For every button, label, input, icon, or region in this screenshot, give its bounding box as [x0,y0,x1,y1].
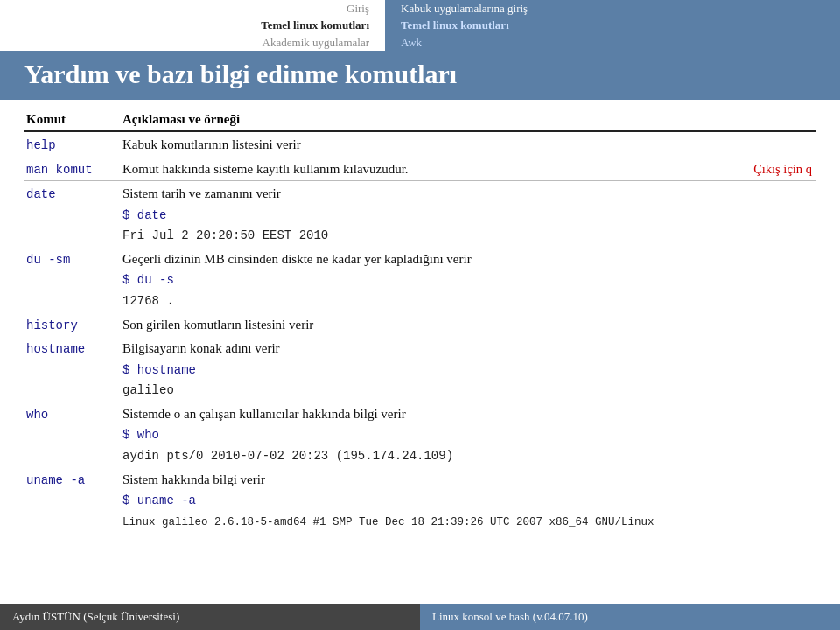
nav-right-line1: Kabuk uygulamalarına giriş [401,0,528,17]
exit-note: Çıkış için q [753,159,812,178]
cmd-history: history [24,312,121,337]
page-title: Yardım ve bazı bilgi edinme komutları [24,60,816,89]
nav-left-line2: Temel linux komutları [261,17,369,34]
cmd-who: who [24,402,121,467]
table-row: du -sm Geçerli dizinin MB cinsinden disk… [24,247,816,312]
content-area: Komut Açıklaması ve örneği help Kabuk ko… [0,100,840,532]
cmd-du: du -sm [24,247,121,312]
cmd-date: date [24,181,121,247]
desc-history: Son girilen komutların listesini verir [121,312,816,337]
nav-right-line3: Awk [401,34,422,52]
table-row: help Kabuk komutlarının listesini verir [24,131,816,157]
footer-left: Aydın ÜSTÜN (Selçuk Üniversitesi) [0,604,420,630]
cmd-man: man komut [24,157,121,181]
table-row: hostname Bilgisayarın konak adını verir … [24,336,816,402]
cmd-hostname: hostname [24,336,121,402]
desc-help: Kabuk komutlarının listesini verir [121,131,816,157]
table-row: date Sistem tarih ve zamanını verir $ da… [24,181,816,247]
desc-uname: Sistem hakkında bilgi verir $ uname -a L… [121,467,816,532]
table-row: man komut Komut hakkında sisteme kayıtlı… [24,157,816,181]
table-row: uname -a Sistem hakkında bilgi verir $ u… [24,467,816,532]
command-table: Komut Açıklaması ve örneği help Kabuk ko… [24,110,816,532]
nav-right-line2: Temel linux komutları [401,17,509,34]
footer-right-text: Linux konsol ve bash (v.04.07.10) [432,610,588,624]
nav-left-line1: Giriş [346,0,369,17]
cmd-uname: uname -a [24,467,121,532]
bottom-bar: Aydın ÜSTÜN (Selçuk Üniversitesi) Linux … [0,604,840,630]
nav-right: Kabuk uygulamalarına giriş Temel linux k… [385,0,840,51]
col1-header: Komut [24,110,121,131]
desc-hostname: Bilgisayarın konak adını verir $ hostnam… [121,336,816,402]
nav-left-line3: Akademik uygulamalar [262,34,369,52]
footer-left-text: Aydın ÜSTÜN (Selçuk Üniversitesi) [12,610,179,624]
page-title-bar: Yardım ve bazı bilgi edinme komutları [0,51,840,100]
desc-man: Komut hakkında sisteme kayıtlı kullanım … [121,157,816,181]
desc-who: Sistemde o an çalışan kullanıcılar hakkı… [121,402,816,467]
nav-left: Giriş Temel linux komutları Akademik uyg… [0,0,385,51]
desc-date: Sistem tarih ve zamanını verir $ date Fr… [121,181,816,247]
cmd-help: help [24,131,121,157]
table-row: history Son girilen komutların listesini… [24,312,816,337]
table-row: who Sistemde o an çalışan kullanıcılar h… [24,402,816,467]
desc-du: Geçerli dizinin MB cinsinden diskte ne k… [121,247,816,312]
footer-right: Linux konsol ve bash (v.04.07.10) [420,604,840,630]
top-nav: Giriş Temel linux komutları Akademik uyg… [0,0,840,51]
col2-header: Açıklaması ve örneği [121,110,816,131]
